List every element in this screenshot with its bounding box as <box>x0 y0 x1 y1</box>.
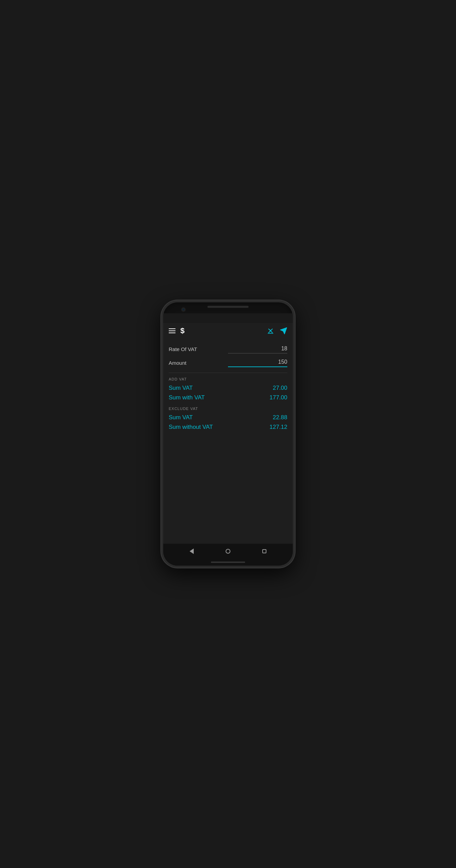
exclude-vat-sum-vat-label: Sum VAT <box>169 414 273 421</box>
app-content: Rate Of VAT Amount ADD VAT Sum VAT 27.00 <box>163 339 293 544</box>
bottom-bar <box>163 559 293 566</box>
add-vat-sum-vat-label: Sum VAT <box>169 385 273 391</box>
svg-text:T: T <box>270 329 272 332</box>
back-button[interactable] <box>190 548 194 554</box>
screen: $ T <box>163 313 293 566</box>
home-icon <box>226 549 230 554</box>
dollar-icon: $ <box>180 326 184 335</box>
rate-of-vat-input-wrap <box>228 346 287 353</box>
clear-format-icon[interactable]: T <box>267 327 274 335</box>
nav-bar <box>163 544 293 559</box>
amount-input[interactable] <box>228 359 287 366</box>
exclude-vat-sum-without-vat-value: 127.12 <box>269 424 287 431</box>
exclude-vat-sum-vat-row: Sum VAT 22.88 <box>169 414 287 421</box>
phone-frame: $ T <box>161 300 295 568</box>
amount-input-wrap <box>228 359 287 367</box>
add-vat-sum-with-vat-label: Sum with VAT <box>169 394 269 401</box>
amount-row: Amount <box>169 359 287 367</box>
divider-1 <box>169 373 287 373</box>
back-icon <box>190 548 194 554</box>
rate-of-vat-input[interactable] <box>228 346 287 353</box>
exclude-vat-sum-vat-value: 22.88 <box>273 414 287 421</box>
add-vat-section-label: ADD VAT <box>169 377 287 381</box>
exclude-vat-sum-without-vat-label: Sum without VAT <box>169 424 269 431</box>
exclude-vat-section-label: EXCLUDE VAT <box>169 407 287 411</box>
camera <box>181 307 186 312</box>
toolbar: $ T <box>163 323 293 339</box>
volume-button <box>294 364 295 381</box>
add-vat-sum-with-vat-value: 177.00 <box>269 394 287 401</box>
amount-label: Amount <box>169 360 228 367</box>
menu-icon[interactable] <box>169 328 176 333</box>
status-bar <box>163 313 293 323</box>
home-button[interactable] <box>226 549 230 554</box>
add-vat-sum-vat-value: 27.00 <box>273 385 287 391</box>
toolbar-left: $ <box>169 326 184 335</box>
recents-button[interactable] <box>262 549 266 553</box>
add-vat-sum-vat-row: Sum VAT 27.00 <box>169 385 287 391</box>
add-vat-sum-with-vat-row: Sum with VAT 177.00 <box>169 394 287 401</box>
exclude-vat-sum-without-vat-row: Sum without VAT 127.12 <box>169 424 287 431</box>
toolbar-right: T <box>267 327 287 335</box>
rate-of-vat-row: Rate Of VAT <box>169 346 287 353</box>
rate-of-vat-label: Rate Of VAT <box>169 346 228 353</box>
send-icon[interactable] <box>280 327 287 335</box>
recents-icon <box>262 549 266 553</box>
